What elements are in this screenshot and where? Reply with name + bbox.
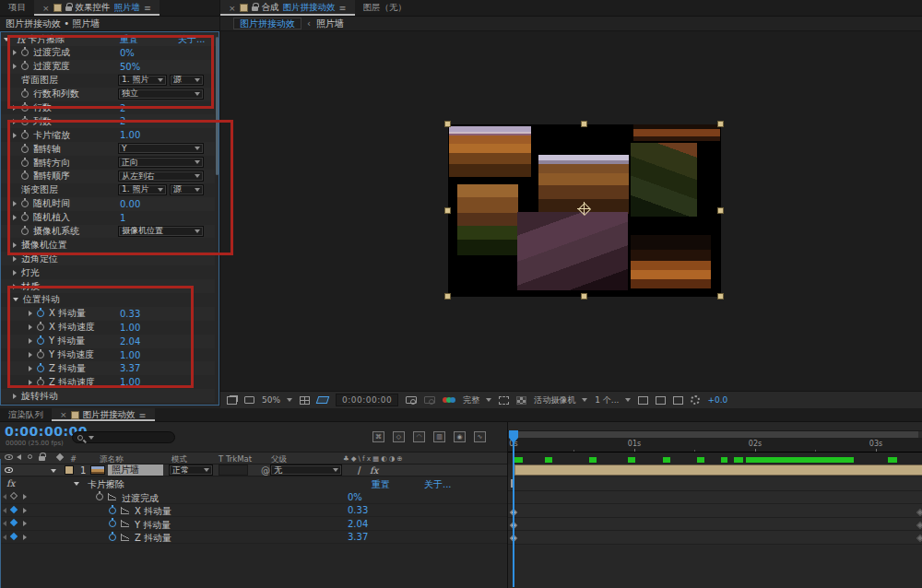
effect-row[interactable]: 随机植入1 bbox=[0, 211, 215, 225]
stopwatch-icon[interactable] bbox=[37, 365, 44, 372]
effect-row[interactable]: 渐变图层1. 照片源 bbox=[0, 183, 215, 197]
tab-timeline-comp[interactable]: × 图片拼接动效 ≡ bbox=[52, 408, 155, 421]
scrollbar-thumb[interactable] bbox=[216, 37, 219, 175]
stopwatch-icon[interactable] bbox=[21, 90, 29, 98]
stopwatch-icon[interactable] bbox=[21, 104, 29, 112]
expand-arrow-icon[interactable] bbox=[13, 50, 17, 55]
keyframe-navigator-icon[interactable] bbox=[10, 505, 18, 512]
tab-composition[interactable]: × 合成 图片拼接动效 ≡ bbox=[220, 0, 355, 16]
layer-expand-icon[interactable] bbox=[51, 469, 56, 473]
effect-row[interactable]: 位置抖动 bbox=[0, 293, 215, 307]
view-select[interactable]: 活动摄像机 bbox=[534, 394, 587, 406]
property-dropdown[interactable]: 独立 bbox=[118, 88, 204, 100]
fx-switch-icon[interactable]: fx bbox=[370, 465, 378, 476]
expand-arrow-icon[interactable] bbox=[29, 366, 32, 371]
effect-row[interactable]: 过渡完成0% bbox=[0, 46, 215, 60]
stopwatch-icon[interactable] bbox=[21, 200, 29, 207]
composition-frame[interactable] bbox=[448, 124, 721, 297]
property-dropdown[interactable]: Y bbox=[118, 143, 204, 154]
column-trkmat[interactable]: T TrkMat bbox=[219, 454, 252, 464]
lock-icon[interactable] bbox=[252, 6, 258, 11]
graph-icon[interactable] bbox=[121, 520, 129, 527]
effect-row[interactable]: 行数2 bbox=[0, 101, 215, 115]
effect-row[interactable]: 边角定位 bbox=[0, 252, 215, 265]
expand-arrow-icon[interactable] bbox=[13, 105, 17, 111]
timeline-property-row[interactable]: X 抖动量0.33 bbox=[0, 504, 507, 518]
draft-3d-icon[interactable]: ◇ bbox=[393, 431, 405, 442]
effect-reset-link[interactable]: 重置 bbox=[120, 33, 138, 46]
preview-timecode[interactable]: 0:00:00:00 bbox=[336, 394, 398, 406]
panel-menu-icon[interactable]: ≡ bbox=[139, 410, 147, 420]
mini-flowchart-icon[interactable]: ⌘ bbox=[372, 431, 384, 442]
quality-switch-icon[interactable]: / bbox=[358, 465, 361, 476]
effect-row[interactable]: 行数和列数独立 bbox=[0, 88, 215, 101]
timeline-property-row[interactable]: Y 抖动量2.04 bbox=[0, 517, 507, 531]
property-dropdown[interactable]: 从左到右 bbox=[118, 171, 204, 182]
prev-keyframe-icon[interactable] bbox=[3, 494, 6, 500]
graph-icon[interactable] bbox=[108, 493, 116, 500]
parent-select[interactable]: 无 bbox=[270, 465, 342, 476]
stopwatch-icon[interactable] bbox=[37, 323, 44, 331]
resolution-select[interactable]: 完整 bbox=[463, 394, 491, 406]
show-snapshot-icon[interactable] bbox=[424, 396, 435, 404]
expand-arrow-icon[interactable] bbox=[29, 338, 32, 344]
expand-arrow-icon[interactable] bbox=[13, 133, 17, 138]
property-value[interactable]: 50% bbox=[120, 62, 140, 72]
view-count-select[interactable]: 1 个... bbox=[595, 394, 631, 406]
viewer-stage[interactable] bbox=[220, 31, 922, 391]
prev-keyframe-icon[interactable] bbox=[3, 508, 6, 513]
mask-visibility-icon[interactable] bbox=[316, 396, 330, 404]
close-icon[interactable]: × bbox=[229, 4, 236, 13]
layer-visibility-icon[interactable] bbox=[5, 467, 13, 473]
stopwatch-icon[interactable] bbox=[37, 310, 44, 317]
graph-icon[interactable] bbox=[121, 507, 129, 514]
effect-row[interactable]: 材质 bbox=[0, 279, 215, 293]
effect-row[interactable]: Y 抖动速度1.00 bbox=[0, 348, 215, 362]
expand-arrow-icon[interactable] bbox=[13, 201, 17, 206]
prev-keyframe-icon[interactable] bbox=[3, 535, 6, 540]
expand-arrow-icon[interactable] bbox=[13, 284, 17, 289]
effect-reset-link[interactable]: 重置 bbox=[372, 478, 390, 491]
property-value[interactable]: 1.00 bbox=[120, 377, 140, 387]
stopwatch-icon[interactable] bbox=[21, 49, 29, 56]
property-value[interactable]: 0.00 bbox=[120, 199, 140, 209]
stopwatch-icon[interactable] bbox=[21, 146, 29, 153]
close-icon[interactable]: × bbox=[42, 4, 50, 13]
time-ruler[interactable]: 0s01s02s03s bbox=[508, 438, 922, 453]
property-value[interactable]: 1.00 bbox=[120, 323, 140, 333]
layer-dropdown[interactable]: 1. 照片 bbox=[118, 184, 167, 195]
stopwatch-icon[interactable] bbox=[21, 159, 29, 167]
stopwatch-icon[interactable] bbox=[21, 132, 29, 139]
effect-row[interactable]: 翻转方向正向 bbox=[0, 156, 215, 170]
effect-row[interactable]: 翻转顺序从左到右 bbox=[0, 170, 215, 183]
graph-editor-icon[interactable]: ∿ bbox=[474, 431, 486, 442]
effect-row[interactable]: Z 抖动量3.37 bbox=[0, 361, 215, 375]
property-value[interactable]: 0% bbox=[120, 48, 135, 58]
property-value[interactable]: 2 bbox=[120, 103, 125, 113]
breadcrumb-current[interactable]: 照片墙 bbox=[316, 18, 344, 30]
layer-duration-bar[interactable] bbox=[514, 465, 922, 476]
effect-row[interactable]: 过渡宽度50% bbox=[0, 60, 215, 74]
mini-flowchart-icon[interactable] bbox=[673, 396, 683, 405]
frame-blend-icon[interactable]: ▥ bbox=[433, 431, 445, 442]
layer-row[interactable]: 1 照片墙 正常 @ 无 / fx bbox=[0, 465, 507, 476]
pickwhip-icon[interactable]: @ bbox=[261, 465, 270, 476]
layer-dropdown[interactable]: 1. 照片 bbox=[118, 75, 167, 86]
stopwatch-icon[interactable] bbox=[37, 379, 44, 386]
layer-handle[interactable] bbox=[717, 293, 724, 300]
effect-row[interactable]: 列数2 bbox=[0, 114, 215, 128]
property-value[interactable]: 2.04 bbox=[348, 519, 368, 529]
property-value[interactable]: 1 bbox=[120, 213, 125, 223]
stopwatch-icon[interactable] bbox=[21, 214, 29, 221]
property-value[interactable]: 0.33 bbox=[120, 309, 140, 319]
source-dropdown[interactable]: 源 bbox=[170, 75, 204, 86]
motion-blur-icon[interactable]: ◉ bbox=[454, 431, 466, 442]
transparency-grid-icon[interactable] bbox=[516, 396, 526, 405]
stopwatch-icon[interactable] bbox=[21, 118, 29, 125]
stopwatch-icon[interactable] bbox=[21, 63, 29, 70]
effect-row[interactable]: Y 抖动量2.04 bbox=[0, 335, 215, 348]
always-preview-icon[interactable] bbox=[227, 396, 237, 405]
composition-navigator-icon[interactable] bbox=[656, 396, 666, 405]
stopwatch-icon[interactable] bbox=[109, 534, 116, 541]
layer-handle[interactable] bbox=[444, 207, 451, 214]
